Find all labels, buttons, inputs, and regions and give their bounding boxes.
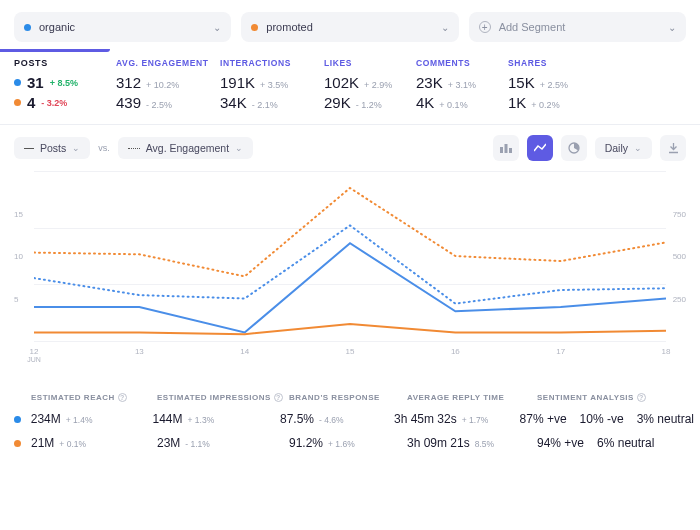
x-tick: 13 xyxy=(119,347,159,356)
dot-icon xyxy=(14,99,21,106)
chart-controls: Posts ⌄ vs. Avg. Engagement ⌄ Daily ⌄ xyxy=(0,125,700,171)
metric-col[interactable]: COMMENTS 23K+ 3.1% 4K+ 0.1% xyxy=(410,58,502,114)
y-tick-left: 10 xyxy=(14,252,23,261)
series-organic-engagement xyxy=(34,225,666,303)
solid-line-icon xyxy=(24,148,34,149)
add-segment-label: Add Segment xyxy=(499,21,566,33)
svg-rect-1 xyxy=(504,144,507,153)
th-reply: AVERAGE REPLY TIME xyxy=(407,393,537,402)
bar-view-button[interactable] xyxy=(493,135,519,161)
metric-header: SHARES xyxy=(508,58,588,68)
period-select[interactable]: Daily ⌄ xyxy=(595,137,652,159)
metric-row-b: 4 - 3.2% xyxy=(14,94,102,111)
metric-row-b: 439- 2.5% xyxy=(116,94,208,111)
th-impressions: ESTIMATED IMPRESSIONS? xyxy=(157,393,289,402)
cell-reply: 3h 45m 32s+ 1.7% xyxy=(394,412,520,426)
metric-row-b: 34K- 2.1% xyxy=(220,94,312,111)
chevron-down-icon: ⌄ xyxy=(72,143,80,153)
add-segment-button[interactable]: + Add Segment ⌄ xyxy=(469,12,686,42)
svg-rect-2 xyxy=(509,148,512,153)
bar-chart-icon xyxy=(500,143,512,153)
bottom-table: ESTIMATED REACH? ESTIMATED IMPRESSIONS? … xyxy=(0,381,700,450)
chart-svg xyxy=(34,171,666,341)
right-metric-label: Avg. Engagement xyxy=(146,142,229,154)
segment-organic[interactable]: organic ⌄ xyxy=(14,12,231,42)
chevron-down-icon: ⌄ xyxy=(441,22,449,33)
metric-header: AVG. ENGAGEMENT xyxy=(116,58,208,68)
svg-rect-0 xyxy=(500,147,503,153)
cell-reply: 3h 09m 21s8.5% xyxy=(407,436,537,450)
metric-value: 4 xyxy=(27,94,35,111)
metric-row-a: 23K+ 3.1% xyxy=(416,74,496,91)
th-reach: ESTIMATED REACH? xyxy=(31,393,157,402)
metric-row-b: 29K- 1.2% xyxy=(324,94,404,111)
help-icon[interactable]: ? xyxy=(637,393,646,402)
metric-row-a: 15K+ 2.5% xyxy=(508,74,588,91)
metric-posts[interactable]: POSTS 31 + 8.5% 4 - 3.2% xyxy=(14,58,110,114)
segment-promoted[interactable]: promoted ⌄ xyxy=(241,12,458,42)
chart-area: 5101525050075012JUN131415161718 xyxy=(14,171,686,381)
metric-col[interactable]: SHARES 15K+ 2.5% 1K+ 0.2% xyxy=(502,58,594,114)
right-metric-select[interactable]: Avg. Engagement ⌄ xyxy=(118,137,253,159)
chevron-down-icon: ⌄ xyxy=(213,22,221,33)
pie-view-button[interactable] xyxy=(561,135,587,161)
y-tick-left: 15 xyxy=(14,209,23,218)
dot-icon xyxy=(14,440,21,447)
segment-label: organic xyxy=(39,21,75,33)
metric-col[interactable]: AVG. ENGAGEMENT 312+ 10.2% 439- 2.5% xyxy=(110,58,214,114)
chevron-down-icon: ⌄ xyxy=(668,22,676,33)
series-organic-posts xyxy=(34,243,666,332)
metric-row-b: 4K+ 0.1% xyxy=(416,94,496,111)
cell-reach: 234M+ 1.4% xyxy=(31,412,153,426)
y-tick-right: 250 xyxy=(673,294,686,303)
x-tick: 15 xyxy=(330,347,370,356)
vs-label: vs. xyxy=(98,143,110,153)
metric-col[interactable]: INTERACTIONS 191K+ 3.5% 34K- 2.1% xyxy=(214,58,318,114)
cell-sentiment: 94% +ve 6% neutral xyxy=(537,436,700,450)
metric-row-a: 31 + 8.5% xyxy=(14,74,102,91)
metric-row-b: 1K+ 0.2% xyxy=(508,94,588,111)
metric-header: LIKES xyxy=(324,58,404,68)
cell-impressions: 144M+ 1.3% xyxy=(152,412,280,426)
dot-icon xyxy=(251,24,258,31)
y-tick-right: 750 xyxy=(673,209,686,218)
metrics-strip: POSTS 31 + 8.5% 4 - 3.2% AVG. ENGAGEMENT… xyxy=(0,52,700,125)
metric-header: COMMENTS xyxy=(416,58,496,68)
download-icon xyxy=(668,143,679,154)
dot-icon xyxy=(24,24,31,31)
metric-header: INTERACTIONS xyxy=(220,58,312,68)
metric-row-a: 312+ 10.2% xyxy=(116,74,208,91)
dot-icon xyxy=(14,416,21,423)
cell-impressions: 23M- 1.1% xyxy=(157,436,289,450)
pie-chart-icon xyxy=(568,142,580,154)
x-tick: 17 xyxy=(541,347,581,356)
chevron-down-icon: ⌄ xyxy=(634,143,642,153)
series-promoted-posts xyxy=(34,324,666,334)
metric-delta: + 8.5% xyxy=(50,78,78,88)
cell-response: 87.5%- 4.6% xyxy=(280,412,394,426)
help-icon[interactable]: ? xyxy=(274,393,283,402)
metric-delta: - 3.2% xyxy=(41,98,67,108)
x-tick: 14 xyxy=(225,347,265,356)
help-icon[interactable]: ? xyxy=(118,393,127,402)
segment-label: promoted xyxy=(266,21,312,33)
metric-row-a: 102K+ 2.9% xyxy=(324,74,404,91)
th-response: BRAND'S RESPONSE xyxy=(289,393,407,402)
plus-icon: + xyxy=(479,21,491,33)
x-tick: 16 xyxy=(435,347,475,356)
download-button[interactable] xyxy=(660,135,686,161)
metric-row-a: 191K+ 3.5% xyxy=(220,74,312,91)
cell-sentiment: 87% +ve 10% -ve 3% neutral xyxy=(520,412,700,426)
bottom-row: 21M+ 0.1% 23M- 1.1% 91.2%+ 1.6% 3h 09m 2… xyxy=(14,436,700,450)
bottom-row: 234M+ 1.4% 144M+ 1.3% 87.5%- 4.6% 3h 45m… xyxy=(14,412,700,426)
metric-col[interactable]: LIKES 102K+ 2.9% 29K- 1.2% xyxy=(318,58,410,114)
period-label: Daily xyxy=(605,142,628,154)
line-view-button[interactable] xyxy=(527,135,553,161)
th-sentiment: SENTIMENT ANALYSIS? xyxy=(537,393,700,402)
series-promoted-engagement xyxy=(34,188,666,276)
y-tick-left: 5 xyxy=(14,294,18,303)
line-chart-icon xyxy=(534,143,546,153)
metric-value: 31 xyxy=(27,74,44,91)
left-metric-select[interactable]: Posts ⌄ xyxy=(14,137,90,159)
dot-icon xyxy=(14,79,21,86)
